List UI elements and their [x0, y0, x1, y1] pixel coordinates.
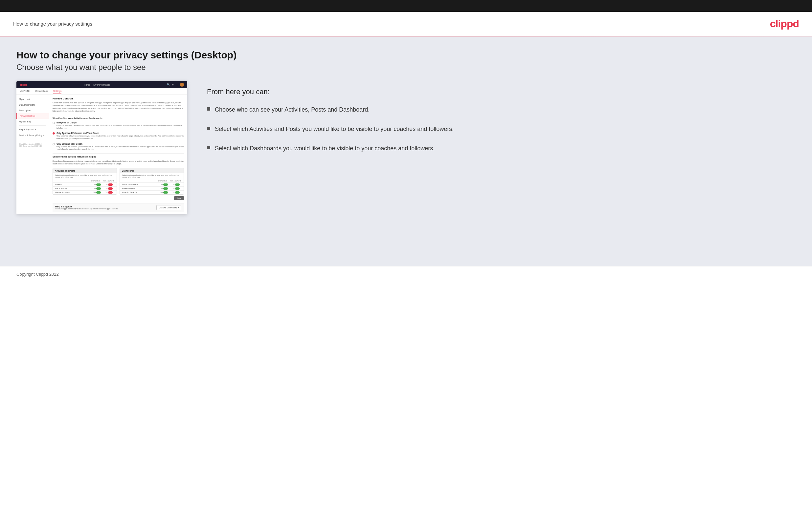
- mock-help-title: Help & Support: [55, 206, 156, 208]
- mock-save-row: Save: [53, 194, 184, 202]
- mock-row-roundinsights: Round Insights ON ON: [120, 186, 184, 190]
- sidebar-item-privacycontrols[interactable]: Privacy Controls›: [16, 113, 49, 119]
- sidebar-item-subscription[interactable]: Subscription›: [16, 108, 49, 113]
- mock-row-manual: Manual Activities ON ON: [53, 190, 117, 194]
- sidebar-item-mygolfbag[interactable]: My Golf Bag›: [16, 119, 49, 124]
- mock-row-playerdash: Player Dashboard ON ON: [120, 182, 184, 186]
- mock-radio-approved-btn[interactable]: [53, 132, 55, 134]
- main-heading: How to change your privacy settings (Des…: [16, 50, 796, 61]
- mock-dashboards-desc: Select the types of activity that you'd …: [120, 173, 184, 179]
- mock-showhide-desc: Regardless of the privacy controls that …: [53, 160, 184, 165]
- screenshot-panel: clippd Home My Performance 🔍 ⊞ ••• My Pr…: [16, 81, 187, 214]
- header: How to change your privacy settings clip…: [0, 12, 812, 36]
- mock-description: Control how you and your data appears to…: [53, 101, 184, 112]
- bullet-icon-2: [207, 127, 210, 130]
- mock-activities-header: Activities and Posts: [53, 168, 117, 173]
- main-subheading: Choose what you want people to see: [16, 63, 796, 72]
- bullets-panel: From here you can: Choose who can see yo…: [200, 81, 796, 163]
- mock-body: My Account› Data Integrations Subscripti…: [16, 95, 187, 214]
- mock-who-title: Who Can See Your Activities and Dashboar…: [53, 117, 184, 119]
- mock-navbar: clippd Home My Performance 🔍 ⊞ •••: [16, 81, 187, 88]
- mock-toggle-whattoworkon-followers[interactable]: [175, 191, 180, 193]
- mock-toggle-roundinsights-coaches[interactable]: [163, 187, 168, 190]
- mock-main-panel: Privacy Controls Control how you and you…: [49, 95, 187, 214]
- mock-activities-desc: Select the types of activity that you'd …: [53, 173, 117, 179]
- avatar[interactable]: [180, 83, 184, 87]
- bullet-text-3: Select which Dashboards you would like t…: [215, 144, 435, 153]
- mock-radio-onlyyou: Only You and Your Coach Only you and the…: [53, 143, 184, 151]
- mock-radio-approved: Only Approved Followers and Your Coach O…: [53, 132, 184, 140]
- mock-radio-everyone-btn[interactable]: [53, 122, 55, 124]
- mock-radio-everyone: Everyone on Clippd Everyone on Clippd ca…: [53, 121, 184, 129]
- mock-tab-myprofile[interactable]: My Profile: [20, 90, 30, 94]
- mock-toggle-whattoworkon-coaches[interactable]: [163, 191, 168, 193]
- mock-nav-performance[interactable]: My Performance: [93, 84, 110, 86]
- mock-toggle-rounds-coaches[interactable]: [96, 183, 101, 186]
- mock-save-button[interactable]: Save: [174, 196, 184, 200]
- mock-dashboards-header: Dashboards: [120, 168, 184, 173]
- mock-toggle-manual-followers[interactable]: [108, 191, 113, 193]
- sidebar-item-help[interactable]: Help & Support ↗: [16, 127, 49, 132]
- mock-toggle-rounds-followers[interactable]: [108, 183, 113, 186]
- header-title: How to change your privacy settings: [13, 21, 92, 26]
- mock-row-rounds: Rounds ON ON: [53, 182, 117, 186]
- bullet-item-2: Select which Activities and Posts you wo…: [207, 125, 796, 133]
- sidebar-divider: [19, 125, 46, 126]
- mock-section-title: Privacy Controls: [53, 97, 184, 100]
- mock-divider-2: [53, 153, 184, 154]
- bullet-text-2: Select which Activities and Posts you wo…: [215, 125, 454, 133]
- mock-dashboards-followers-col: FOLLOWERS: [170, 180, 182, 182]
- mock-row-whattoworkon: What To Work On ON ON: [120, 190, 184, 194]
- top-bar: [0, 0, 812, 12]
- mock-tables-row: Activities and Posts Select the types of…: [53, 168, 184, 194]
- footer-copyright: Copyright Clippd 2022: [16, 272, 59, 277]
- mock-visit-community-button[interactable]: Visit Our Community ↗: [156, 205, 181, 210]
- footer: Copyright Clippd 2022: [0, 266, 812, 282]
- mock-toggle-playerdash-followers[interactable]: [175, 183, 180, 186]
- mock-nav-links: Home My Performance: [84, 84, 110, 86]
- mock-logo: clippd: [20, 83, 28, 86]
- mock-activities-table: Activities and Posts Select the types of…: [53, 168, 117, 194]
- search-icon[interactable]: 🔍: [167, 83, 170, 86]
- grid-icon[interactable]: ⊞: [172, 83, 174, 86]
- mock-sidebar: My Account› Data Integrations Subscripti…: [16, 95, 49, 214]
- mock-dashboards-table: Dashboards Select the types of activity …: [119, 168, 184, 194]
- mock-tab-connections[interactable]: Connections: [35, 90, 48, 94]
- from-here-title: From here you can:: [207, 88, 796, 96]
- bullet-item-3: Select which Dashboards you would like t…: [207, 144, 796, 153]
- bell-icon[interactable]: •••: [176, 84, 178, 86]
- mock-subnav: My Profile Connections Settings: [16, 88, 187, 95]
- mock-toggle-manual-coaches[interactable]: [96, 191, 101, 193]
- mock-row-drills: Practice Drills ON ON: [53, 186, 117, 190]
- mock-dashboards-coaches-col: COACHES: [157, 180, 168, 182]
- bullet-item-1: Choose who can see your Activities, Post…: [207, 105, 796, 114]
- sidebar-item-privacy[interactable]: Service & Privacy Policy ↗: [16, 132, 49, 138]
- mock-toggle-roundinsights-followers[interactable]: [175, 187, 180, 190]
- content-columns: clippd Home My Performance 🔍 ⊞ ••• My Pr…: [16, 81, 796, 214]
- mock-nav-home[interactable]: Home: [84, 84, 90, 86]
- mock-help-row: Help & Support Visit our Clippd communit…: [53, 203, 184, 212]
- mock-app: clippd Home My Performance 🔍 ⊞ ••• My Pr…: [16, 81, 187, 214]
- bullet-text-1: Choose who can see your Activities, Post…: [215, 105, 369, 114]
- mock-nav-icons: 🔍 ⊞ •••: [167, 83, 184, 87]
- main-content: How to change your privacy settings (Des…: [0, 37, 812, 266]
- bullet-icon-1: [207, 107, 210, 111]
- bullet-icon-3: [207, 146, 210, 149]
- mock-coaches-col: COACHES: [90, 180, 101, 182]
- mock-followers-col: FOLLOWERS: [103, 180, 115, 182]
- mock-toggle-playerdash-coaches[interactable]: [163, 183, 168, 186]
- sidebar-item-myaccount[interactable]: My Account›: [16, 97, 49, 102]
- mock-tab-settings[interactable]: Settings: [53, 90, 61, 94]
- mock-divider-1: [53, 115, 184, 115]
- mock-toggle-drills-followers[interactable]: [108, 187, 113, 190]
- mock-toggle-drills-coaches[interactable]: [96, 187, 101, 190]
- sidebar-item-dataintegrations[interactable]: Data Integrations: [16, 102, 49, 108]
- mock-help-desc: Visit our Clippd community to troublesho…: [55, 208, 156, 210]
- sidebar-version: Clippd Client Version: 2022.8.2SQL Serve…: [16, 142, 49, 148]
- mock-radio-onlyyou-btn[interactable]: [53, 143, 55, 146]
- logo: clippd: [770, 18, 799, 30]
- mock-showhide-title: Show or hide specific features in Clippd: [53, 156, 184, 158]
